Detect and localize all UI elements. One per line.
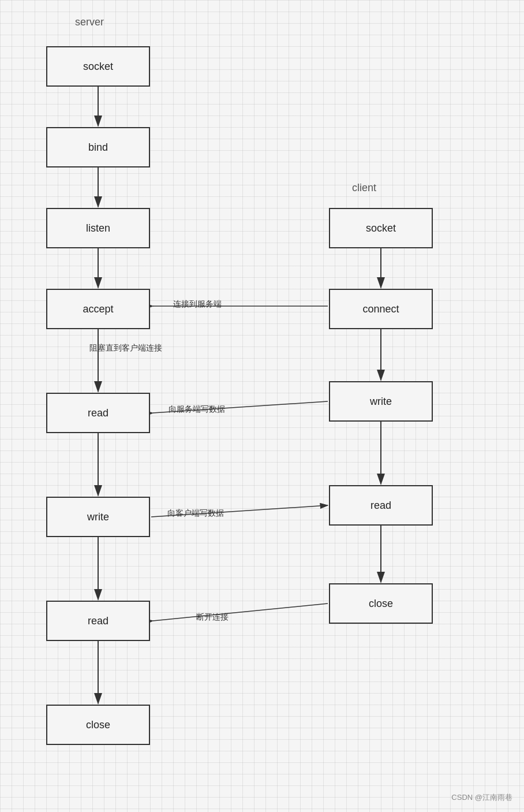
client-read-box: read — [329, 485, 433, 526]
server-accept-box: accept — [46, 289, 150, 329]
client-write-box: write — [329, 381, 433, 422]
server-bind-box: bind — [46, 127, 150, 167]
watermark: CSDN @江南雨巷 — [451, 792, 512, 803]
annotation-block: 阻塞直到客户端连接 — [89, 343, 162, 353]
annotation-write-to-client: 向客户端写数据 — [167, 508, 224, 519]
server-read-box: read — [46, 393, 150, 433]
server-close-box: close — [46, 705, 150, 745]
svg-line-16 — [153, 604, 328, 621]
client-socket-box: socket — [329, 208, 433, 248]
server-write-box: write — [46, 497, 150, 537]
server-read2-box: read — [46, 601, 150, 641]
annotation-connect: 连接到服务端 — [173, 299, 222, 310]
annotation-disconnect: 断开连接 — [196, 612, 229, 623]
server-label: server — [75, 16, 104, 28]
client-label: client — [352, 182, 376, 194]
server-socket-box: socket — [46, 46, 150, 87]
server-listen-box: listen — [46, 208, 150, 248]
client-close-box: close — [329, 583, 433, 624]
annotation-write-to-server: 向服务端写数据 — [169, 404, 225, 415]
client-connect-box: connect — [329, 289, 433, 329]
diagram-container: server client socket bind listen accept … — [0, 0, 524, 812]
